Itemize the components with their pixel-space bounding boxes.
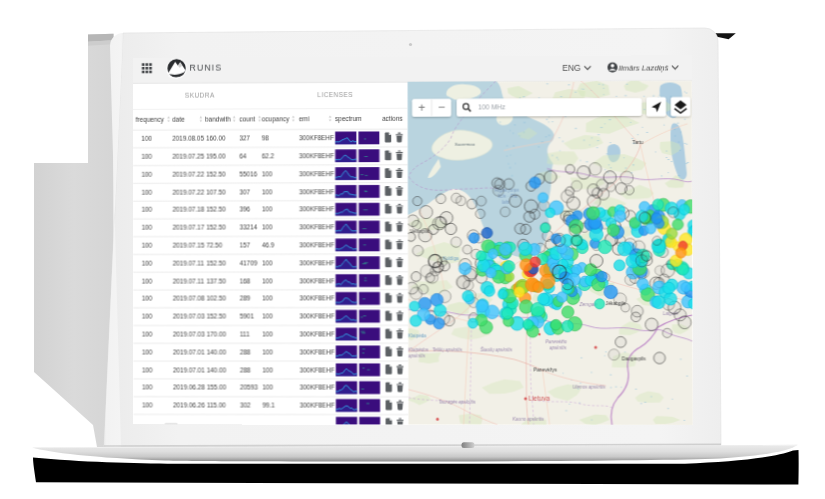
svg-text:100: 100 [262,206,273,213]
svg-text:ocupancy: ocupancy [262,115,290,123]
svg-text:Utenos apskritis: Utenos apskritis [573,385,606,390]
svg-text:288: 288 [240,366,251,373]
svg-text:100: 100 [142,224,153,231]
svg-text:100: 100 [142,295,153,302]
svg-text:Saaremaa: Saaremaa [455,142,476,147]
svg-text:111: 111 [240,330,250,337]
svg-text:100: 100 [262,170,273,177]
svg-text:98: 98 [262,135,270,142]
svg-text:155.00: 155.00 [207,384,227,391]
svg-text:152.50: 152.50 [207,313,227,320]
svg-text:396: 396 [240,206,251,213]
svg-text:2019.07.03: 2019.07.03 [173,313,205,320]
svg-text:5901: 5901 [240,313,255,320]
svg-text:195.00: 195.00 [206,152,226,159]
svg-text:115.00: 115.00 [207,402,226,409]
svg-text:apskritis: apskritis [408,353,426,358]
svg-text:Ilmārs Lazdiņš: Ilmārs Lazdiņš [619,63,669,72]
svg-text:bandwith: bandwith [205,115,231,122]
svg-text:100: 100 [141,135,152,142]
svg-text:33214: 33214 [240,224,258,231]
svg-text:date: date [172,116,185,123]
svg-text:2019.07.03: 2019.07.03 [173,330,205,337]
svg-text:actions: actions [382,115,403,122]
svg-text:20593: 20593 [240,384,258,391]
svg-text:100: 100 [262,330,273,337]
svg-text:64: 64 [239,152,247,159]
svg-text:140.00: 140.00 [207,366,227,373]
svg-text:2019.07.17: 2019.07.17 [173,224,205,231]
svg-text:55016: 55016 [239,170,257,177]
svg-text:152.50: 152.50 [206,206,226,213]
svg-text:107.50: 107.50 [206,188,226,195]
svg-text:LICENSES: LICENSES [317,91,353,98]
svg-text:300KF8EHF: 300KF8EHF [300,330,335,337]
svg-text:100: 100 [141,153,152,160]
svg-text:160.00: 160.00 [206,135,226,142]
svg-text:spectrum: spectrum [335,115,362,123]
svg-text:SKUDRA: SKUDRA [185,92,215,99]
svg-text:300KF8EHF: 300KF8EHF [299,152,334,159]
svg-text:2019.07.11: 2019.07.11 [173,259,205,266]
svg-text:100: 100 [262,348,273,355]
svg-text:100: 100 [142,348,153,355]
svg-text:100: 100 [262,313,273,320]
svg-text:Šiaulių apskritis: Šiaulių apskritis [480,347,513,353]
svg-text:307: 307 [239,188,250,195]
svg-text:2019.07.08: 2019.07.08 [173,295,205,302]
svg-text:100: 100 [142,313,153,320]
svg-text:2019.07.01: 2019.07.01 [173,348,205,355]
svg-text:2019.07.25: 2019.07.25 [172,153,204,160]
svg-text:Panevėžio: Panevėžio [545,339,567,344]
svg-text:99.1: 99.1 [262,402,275,409]
svg-text:2019.07.22: 2019.07.22 [172,170,204,177]
svg-text:100: 100 [262,366,273,373]
svg-text:100 MHz: 100 MHz [478,104,506,111]
svg-text:2019.07.22: 2019.07.22 [172,188,204,195]
svg-text:46.9: 46.9 [262,241,275,248]
svg-text:300KF8EHF: 300KF8EHF [299,170,334,177]
svg-text:Lietuva: Lietuva [529,395,551,402]
svg-text:100: 100 [142,259,153,266]
svg-text:RUNIS: RUNIS [190,63,223,73]
svg-text:Telšių apskritis: Telšių apskritis [432,348,463,353]
svg-text:−: − [438,100,445,114]
svg-text:170.00: 170.00 [207,330,227,337]
svg-text:Daugavpils: Daugavpils [622,356,646,361]
svg-text:168: 168 [240,277,251,284]
svg-text:300KF8EHF: 300KF8EHF [300,313,335,320]
svg-text:157: 157 [240,241,251,248]
svg-text:62.2: 62.2 [262,152,275,159]
svg-text:100: 100 [142,331,153,338]
svg-text:300KF8EHF: 300KF8EHF [299,241,334,248]
svg-text:137.50: 137.50 [206,277,226,284]
svg-text:100: 100 [142,384,153,391]
svg-text:100: 100 [142,242,153,249]
svg-text:300KF8EHF: 300KF8EHF [299,134,334,141]
svg-text:72.50: 72.50 [206,241,222,248]
svg-text:100: 100 [262,188,273,195]
svg-text:300KF8EHF: 300KF8EHF [299,188,334,195]
svg-text:Kauno apskritis: Kauno apskritis [513,417,545,422]
svg-text:152.50: 152.50 [206,224,226,231]
svg-text:152.50: 152.50 [206,259,226,266]
svg-text:Klaipėda: Klaipėda [408,333,426,338]
svg-text:apskritis: apskritis [549,345,567,350]
svg-text:100: 100 [262,259,273,266]
svg-text:2019.07.01: 2019.07.01 [173,366,205,373]
svg-text:100: 100 [141,188,152,195]
svg-text:288: 288 [240,348,251,355]
svg-text:102.50: 102.50 [207,295,227,302]
svg-text:2019.06.26: 2019.06.26 [173,402,205,409]
svg-text:100: 100 [262,224,273,231]
svg-text:100: 100 [141,171,152,178]
svg-text:100: 100 [142,277,153,284]
svg-text:Tauragės apskritis: Tauragės apskritis [438,400,476,405]
svg-text:100: 100 [142,366,153,373]
svg-text:300KF8EHF: 300KF8EHF [299,259,334,266]
svg-text:327: 327 [239,135,250,142]
svg-text:300KF8EHF: 300KF8EHF [299,295,334,302]
svg-text:Tartu: Tartu [632,140,643,145]
svg-text:300KF8EHF: 300KF8EHF [300,384,335,391]
svg-text:300KF8EHF: 300KF8EHF [299,206,334,213]
